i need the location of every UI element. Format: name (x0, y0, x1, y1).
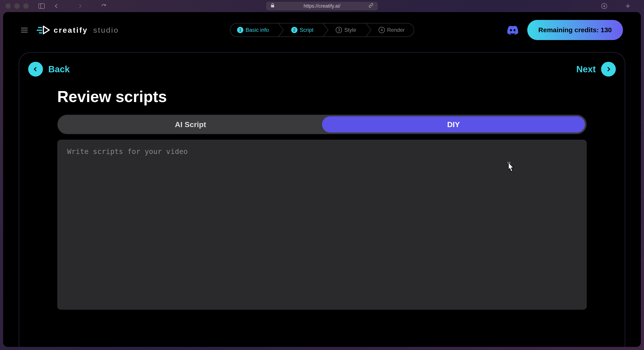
step-script[interactable]: 2 Script (284, 24, 322, 37)
logo-mark-icon (37, 25, 50, 36)
forward-icon (76, 2, 84, 10)
new-tab-icon[interactable] (624, 2, 632, 10)
step-label: Basic info (246, 27, 269, 33)
back-button[interactable]: Back (28, 62, 70, 77)
svg-marker-10 (44, 26, 49, 34)
next-label: Next (576, 64, 596, 74)
script-tabs: AI Script DIY (57, 115, 587, 134)
logo-sub-text: studio (93, 26, 119, 35)
step-number: 3 (336, 27, 342, 33)
svg-rect-11 (508, 162, 508, 164)
sidebar-toggle-icon[interactable] (38, 2, 46, 10)
discord-icon[interactable] (507, 26, 518, 35)
url-text: https://creatify.ai/ (304, 3, 340, 9)
back-icon[interactable] (52, 2, 60, 10)
address-bar[interactable]: https://creatify.ai/ (266, 2, 378, 10)
menu-icon[interactable] (21, 28, 28, 33)
back-label: Back (48, 64, 70, 74)
downloads-icon[interactable] (600, 2, 608, 10)
step-label: Render (387, 27, 405, 33)
tab-ai-script[interactable]: AI Script (59, 116, 322, 133)
app-header: creatify studio 1 Basic info 2 Script 3 … (3, 12, 641, 48)
step-render[interactable]: 4 Render (372, 24, 414, 37)
main-panel: Back Next Review scripts AI Script DIY (19, 52, 625, 347)
step-number: 4 (378, 27, 385, 33)
link-icon[interactable] (368, 3, 374, 9)
progress-stepper: 1 Basic info 2 Script 3 Style 4 Render (230, 23, 414, 37)
step-number: 2 (291, 27, 298, 33)
reload-icon[interactable] (100, 2, 108, 10)
page-title: Review scripts (57, 88, 616, 106)
chevron-right-icon (278, 24, 284, 37)
lock-icon (270, 3, 274, 9)
zoom-window-button[interactable] (23, 3, 28, 9)
tab-label: AI Script (175, 120, 206, 129)
window-controls (5, 3, 28, 9)
chevron-right-icon (322, 24, 329, 37)
svg-rect-2 (271, 5, 274, 8)
svg-rect-0 (39, 4, 44, 9)
panel-nav: Back Next (28, 62, 616, 77)
close-window-button[interactable] (5, 3, 11, 9)
step-style[interactable]: 3 Style (329, 24, 365, 37)
tab-label: DIY (447, 120, 460, 129)
credits-badge[interactable]: Remaining credits: 130 (527, 20, 623, 40)
step-label: Script (300, 27, 313, 33)
svg-rect-12 (510, 162, 510, 164)
cursor-pointer-icon (505, 162, 516, 173)
chevron-left-icon (28, 62, 43, 77)
minimize-window-button[interactable] (14, 3, 20, 9)
app-window: creatify studio 1 Basic info 2 Script 3 … (3, 12, 641, 347)
logo[interactable]: creatify studio (37, 25, 119, 36)
script-textarea[interactable] (67, 147, 577, 302)
step-label: Style (344, 27, 356, 33)
next-button[interactable]: Next (576, 62, 616, 77)
tab-diy[interactable]: DIY (322, 116, 585, 133)
chevron-right-icon (365, 24, 372, 37)
step-basic-info[interactable]: 1 Basic info (230, 24, 278, 37)
browser-nav-group (52, 2, 114, 10)
credits-label: Remaining credits: 130 (538, 26, 612, 34)
step-number: 1 (237, 27, 243, 33)
logo-main-text: creatify (54, 26, 88, 35)
browser-toolbar: https://creatify.ai/ (0, 0, 644, 12)
chevron-right-icon (601, 62, 616, 77)
